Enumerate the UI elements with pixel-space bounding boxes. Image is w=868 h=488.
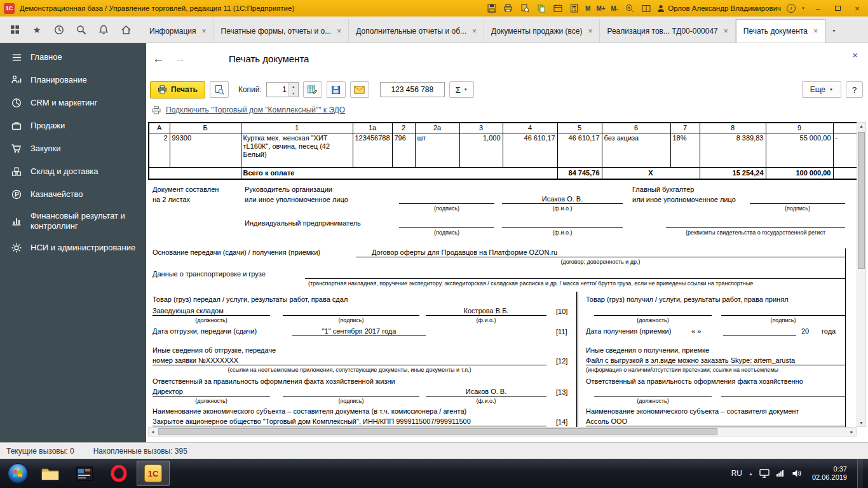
memory-plus-button[interactable]: M+ <box>596 5 605 12</box>
email-button[interactable] <box>350 81 369 98</box>
print-preview-icon[interactable] <box>519 3 530 13</box>
current-user[interactable]: Орлов Александр Владимирович <box>657 4 781 13</box>
taskbar-opera-button[interactable] <box>102 461 135 486</box>
save-file-button[interactable] <box>327 81 346 98</box>
doc-text: Кострова В.Б. <box>426 307 546 315</box>
hidden-icons-arrow[interactable]: ▲ <box>749 471 753 476</box>
print-button[interactable]: Печать <box>150 81 205 98</box>
doc-caption: (подпись) <box>399 229 494 236</box>
console-icon <box>76 466 93 482</box>
chevron-down-icon: ▼ <box>829 88 833 92</box>
split-window-icon[interactable] <box>641 3 651 13</box>
tab-print-document[interactable]: Печать документа× <box>736 19 825 43</box>
sidebar-item-purchases[interactable]: Закупки <box>0 137 146 160</box>
start-button[interactable] <box>3 459 33 488</box>
document-preview: АБ 11а 22а 34 56 78 9 2 99300 Куртка мех… <box>148 122 857 427</box>
taskbar-1c-button[interactable]: 1С <box>137 461 170 486</box>
taskbar-explorer-button[interactable] <box>34 461 67 486</box>
memory-minus-button[interactable]: M- <box>611 5 619 12</box>
sidebar-item-admin[interactable]: НСИ и администрирование <box>0 236 146 259</box>
print-document-panel: ← → Печать документа × Печать Копий: ▲ ▼ <box>146 43 868 442</box>
info-icon[interactable]: i <box>787 4 796 13</box>
doc-text: Данные о транспортировке и грузе <box>153 270 266 278</box>
sidebar-item-sales[interactable]: Продажи <box>0 114 146 137</box>
tray-volume-icon[interactable] <box>792 469 802 478</box>
doc-caption: (ф.и.о.) <box>426 398 546 404</box>
current-calls: Текущие вызовы: 0 <box>6 447 74 456</box>
tray-network-icon[interactable] <box>776 469 785 478</box>
tabs-overflow-icon[interactable]: ▼ <box>825 29 843 33</box>
close-icon[interactable]: × <box>472 27 477 36</box>
field-line <box>723 336 796 336</box>
taskbar-console-button[interactable] <box>68 461 101 486</box>
sum-button[interactable]: Σ ▼ <box>449 81 474 98</box>
sidebar-item-main[interactable]: Главное <box>0 46 146 69</box>
stepper-down-icon[interactable]: ▼ <box>289 90 298 97</box>
horizontal-scroll-thumb[interactable] <box>158 428 717 435</box>
copy-icon[interactable] <box>536 3 546 13</box>
save-icon[interactable] <box>486 3 497 13</box>
close-icon[interactable]: × <box>724 27 728 36</box>
print-icon[interactable] <box>503 3 513 13</box>
tab-bar: ★ Информация× Печатные формы, отчеты и о… <box>0 17 868 43</box>
close-icon[interactable]: × <box>337 27 341 36</box>
zoom-icon[interactable] <box>624 3 635 13</box>
horizontal-scrollbar[interactable]: ◄ ► <box>148 427 857 437</box>
scroll-down-icon[interactable]: ▼ <box>857 421 865 425</box>
tab-additional-reports[interactable]: Дополнительные отчеты и об...× <box>349 19 484 43</box>
minimize-button[interactable]: – <box>811 3 825 14</box>
close-icon[interactable]: × <box>201 27 206 36</box>
scroll-left-icon[interactable]: ◄ <box>151 428 155 436</box>
table-header-row: АБ 11а 22а 34 56 78 9 <box>149 123 857 133</box>
back-button[interactable]: ← <box>153 52 164 65</box>
quick-sum-field[interactable] <box>380 82 445 97</box>
close-icon[interactable]: × <box>588 27 592 36</box>
maximize-button[interactable] <box>831 3 844 14</box>
vertical-scroll-thumb[interactable] <box>858 132 865 269</box>
more-button[interactable]: Еще ▼ <box>802 81 841 98</box>
edo-icon <box>152 106 161 114</box>
table-total-row: Всего к оплате 84 745,76 Х 15 254,24 100… <box>149 167 857 179</box>
vertical-scrollbar[interactable]: ▲ ▼ <box>857 122 866 427</box>
tab-information[interactable]: Информация× <box>142 19 214 43</box>
notifications-bell-icon[interactable] <box>98 24 109 36</box>
titlebar-tools: M M+ M- Орлов Александр Владимирович i ▼… <box>486 3 864 14</box>
history-icon[interactable] <box>53 24 65 36</box>
calculator-icon[interactable] <box>569 3 580 13</box>
sidebar-item-treasury[interactable]: Казначейство <box>0 183 146 206</box>
menu-grid-icon[interactable] <box>9 24 20 36</box>
sidebar-item-crm[interactable]: CRM и маркетинг <box>0 92 146 114</box>
home-icon[interactable] <box>120 24 132 36</box>
system-tray: RU ▲ 0:37 02.06.2019 <box>731 459 865 488</box>
calendar-icon[interactable] <box>552 3 563 13</box>
preview-button[interactable] <box>210 81 229 98</box>
chevron-down-icon[interactable]: ▼ <box>801 6 805 10</box>
close-icon[interactable]: × <box>813 27 818 36</box>
scroll-up-icon[interactable]: ▲ <box>857 124 865 128</box>
memory-recall-button[interactable]: M <box>585 5 590 12</box>
sidebar-item-planning[interactable]: Планирование <box>0 69 146 92</box>
panel-close-icon[interactable]: × <box>852 50 858 60</box>
edo-connect-link[interactable]: Подключить "Торговый дом "Комплексный"" … <box>166 105 345 114</box>
forward-button[interactable]: → <box>174 52 186 65</box>
tab-print-forms[interactable]: Печатные формы, отчеты и о...× <box>214 19 349 43</box>
doc-ref: [12] <box>556 357 567 365</box>
favorites-star-icon[interactable]: ★ <box>31 24 43 36</box>
doc-text: Индивидуальный предприниматель <box>245 219 361 227</box>
show-desktop-button[interactable] <box>857 459 863 488</box>
sidebar-item-warehouse[interactable]: Склад и доставка <box>0 160 146 183</box>
copies-input[interactable] <box>267 83 288 97</box>
signature-line <box>666 227 845 228</box>
help-button[interactable]: ? <box>846 81 863 98</box>
close-button[interactable]: × <box>850 3 864 14</box>
tab-sales-documents[interactable]: Документы продажи (все)× <box>484 19 600 43</box>
table-settings-button[interactable] <box>303 81 322 98</box>
language-indicator[interactable]: RU <box>731 469 742 478</box>
clock[interactable]: 0:37 02.06.2019 <box>808 465 851 482</box>
tab-realization[interactable]: Реализация тов... ТД00-000047× <box>600 19 735 43</box>
sidebar-item-finance[interactable]: Финансовый результат и контроллинг <box>0 206 146 236</box>
tray-display-icon[interactable] <box>759 469 770 478</box>
scroll-right-icon[interactable]: ► <box>850 428 854 436</box>
search-icon[interactable] <box>76 24 87 36</box>
stepper-up-icon[interactable]: ▲ <box>289 83 298 90</box>
